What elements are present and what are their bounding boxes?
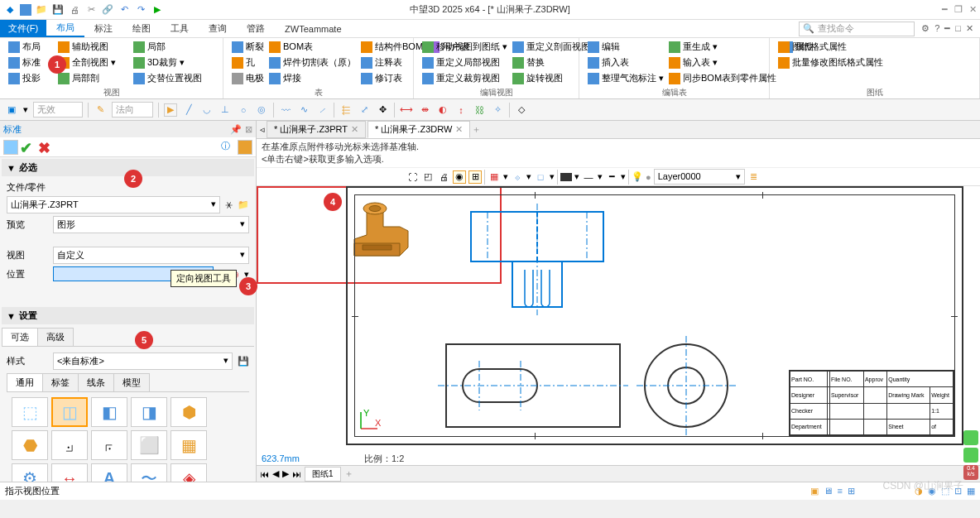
style-cyl[interactable]: ⬢: [171, 397, 207, 427]
filter-icon[interactable]: ▣: [5, 103, 18, 117]
sheet-add-icon[interactable]: ＋: [344, 468, 353, 480]
circle-icon[interactable]: ○: [237, 103, 250, 117]
sheet-next-icon[interactable]: ▶: [282, 468, 289, 479]
ribbon-batchsheetfmt[interactable]: 批量修改图纸格式属性: [776, 55, 973, 70]
vt-layers-icon[interactable]: ≣: [747, 170, 761, 184]
style-letter-A[interactable]: A: [91, 463, 127, 482]
style-diamond[interactable]: ◈: [171, 463, 207, 482]
folder-icon[interactable]: 📁: [238, 199, 249, 210]
tb-dropdown-2[interactable]: 法向: [112, 102, 153, 118]
tab-add-icon[interactable]: ＋: [472, 123, 481, 136]
vt-ruler-icon[interactable]: ⟐: [511, 170, 524, 184]
tab-close-1[interactable]: ✕: [351, 124, 358, 135]
win-max-icon[interactable]: □: [955, 23, 961, 34]
redo-icon[interactable]: ↷: [134, 3, 147, 17]
file-input[interactable]: 山涧果子.Z3PRT▾: [7, 196, 220, 213]
subtab-optional[interactable]: 可选: [2, 328, 38, 346]
minimize-icon[interactable]: ━: [942, 4, 948, 15]
pan-icon[interactable]: ✥: [376, 103, 389, 117]
tab-tools[interactable]: 工具: [161, 20, 199, 37]
ribbon-moveview[interactable]: 移动视图到图纸 ▾: [420, 40, 509, 54]
play-icon[interactable]: ▶: [151, 3, 164, 17]
style-shaded[interactable]: ◧: [91, 397, 127, 427]
style-cyl2[interactable]: ⬣: [12, 430, 48, 460]
line-icon[interactable]: ╱: [182, 103, 195, 117]
style-wireframe[interactable]: ⬚: [12, 397, 48, 427]
tab-zwteammate[interactable]: ZWTeammate: [275, 20, 351, 37]
sheet-tab-1[interactable]: 图纸1: [305, 467, 341, 482]
vt-grid-icon[interactable]: ▦: [488, 170, 501, 184]
ribbon-syncbom[interactable]: 同步BOM表到零件属性: [667, 71, 778, 85]
tb-dd-arrow1[interactable]: ▾: [23, 104, 28, 115]
curve2-icon[interactable]: ∿: [297, 103, 310, 117]
preview-select[interactable]: 图形▾: [53, 216, 249, 233]
ribbon-export-table[interactable]: 输入表 ▾: [667, 55, 778, 70]
vt-print-icon[interactable]: 🖨: [437, 170, 450, 184]
undo-icon[interactable]: ↶: [118, 3, 131, 17]
gear-icon[interactable]: ⚙: [921, 23, 930, 34]
sb-icon-4[interactable]: ⊞: [848, 486, 855, 496]
vt-fullscreen-icon[interactable]: ⛶: [406, 170, 419, 184]
vt-linew-icon[interactable]: ━: [605, 170, 618, 184]
style-hatch[interactable]: ▦: [171, 430, 207, 460]
style-select[interactable]: <来自标准>▾: [53, 353, 233, 370]
vt-square-icon[interactable]: □: [534, 170, 547, 184]
dim3-icon[interactable]: ◐: [436, 103, 449, 117]
snap-icon[interactable]: ✧: [491, 103, 504, 117]
dim1-icon[interactable]: ⟷: [400, 103, 413, 117]
win-close-icon[interactable]: ✕: [966, 23, 973, 34]
dimv-icon[interactable]: ↕: [454, 103, 468, 117]
float-btn-1[interactable]: [963, 430, 978, 445]
vt-line-icon[interactable]: —: [582, 170, 595, 184]
style-shaded2[interactable]: ◨: [131, 397, 167, 427]
chain-icon[interactable]: ⛓: [473, 103, 486, 117]
ribbon-sheetfmt[interactable]: 图纸格式属性: [776, 40, 973, 54]
ribbon-redeflocal[interactable]: 重定义局部视图: [420, 55, 509, 70]
tab-prev-icon[interactable]: ◃: [260, 124, 265, 135]
info-icon[interactable]: ⓘ: [221, 140, 236, 155]
ribbon-weld[interactable]: 焊接: [267, 71, 358, 85]
view-select[interactable]: 自定义▾: [53, 247, 249, 264]
print-icon[interactable]: 🖨: [68, 3, 81, 17]
vt-circle-icon[interactable]: ◉: [453, 170, 466, 184]
help-icon[interactable]: ?: [934, 23, 939, 34]
doc-tab-drw[interactable]: * 山涧果子.Z3DRW✕: [368, 121, 470, 138]
vt-color-icon[interactable]: [560, 173, 572, 181]
ribbon-regen[interactable]: 重生成 ▾: [667, 40, 778, 54]
snap2-icon[interactable]: ◇: [515, 103, 528, 117]
expand-icon[interactable]: ⚹: [225, 199, 233, 210]
ribbon-3dcrop[interactable]: 3D裁剪 ▾: [132, 55, 216, 70]
dim2-icon[interactable]: ⇼: [418, 103, 431, 117]
ribbon-insert-table[interactable]: 插入表: [586, 55, 665, 70]
bottomtab-label[interactable]: 标签: [42, 373, 79, 391]
style-scale[interactable]: ↔: [51, 463, 88, 482]
sb-icon-3[interactable]: ≡: [838, 486, 843, 496]
sheet-last-icon[interactable]: ⏭: [292, 469, 301, 479]
style-branch[interactable]: ⟓: [51, 430, 88, 460]
ribbon-redefcrop[interactable]: 重定义裁剪视图: [420, 71, 509, 85]
ribbon-local[interactable]: 局部: [132, 40, 216, 54]
bottomtab-line[interactable]: 线条: [78, 373, 114, 391]
wave-icon[interactable]: 〰: [279, 103, 292, 117]
ribbon-section[interactable]: 全剖视图 ▾: [56, 55, 130, 70]
sb-icon-2[interactable]: 🖥: [824, 486, 833, 496]
tab-pipe[interactable]: 管路: [237, 20, 275, 37]
brush-icon[interactable]: ✎: [94, 103, 107, 117]
ribbon-edit[interactable]: 编辑: [586, 40, 665, 54]
ribbon-break[interactable]: 断裂: [230, 40, 266, 54]
ribbon-altpos[interactable]: 交替位置视图: [132, 71, 216, 85]
cancel-icon[interactable]: ✖: [38, 139, 55, 156]
style-box[interactable]: ⬜: [131, 430, 167, 460]
tab-layout[interactable]: 布局: [46, 20, 84, 37]
close-icon[interactable]: ✕: [969, 4, 977, 15]
confirm-icon[interactable]: ✔: [20, 139, 36, 156]
search-input[interactable]: 🔍查找命令: [799, 22, 915, 36]
vt-ball-icon[interactable]: ●: [646, 172, 651, 182]
pin-icon[interactable]: 📌: [230, 124, 242, 135]
scale-icon[interactable]: ⤢: [358, 103, 371, 117]
ribbon-partsection[interactable]: 局部剖: [56, 71, 130, 85]
save-style-icon[interactable]: 💾: [238, 356, 249, 367]
tab-annotate[interactable]: 标注: [84, 20, 122, 37]
drawing-canvas[interactable]: Part NO.File NO.ApprovQuantity DesignerS…: [257, 186, 980, 465]
ribbon-bom[interactable]: BOM表: [267, 40, 358, 54]
